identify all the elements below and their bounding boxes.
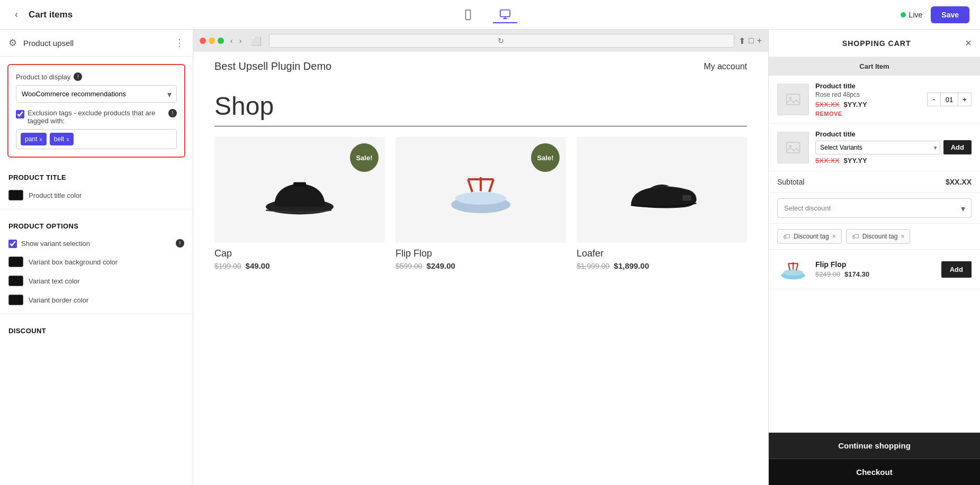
product-display-select[interactable]: WooCommerce recommendations Manual selec… — [16, 85, 177, 103]
browser-back-btn[interactable]: ‹ — [228, 35, 235, 46]
browser-chrome: ‹ › ⬜ ↻ ⬆ □ + — [193, 30, 768, 52]
discount-tag-2-remove[interactable]: × — [901, 233, 904, 240]
address-bar: ↻ — [269, 34, 734, 48]
checkout-button[interactable]: Checkout — [769, 459, 980, 485]
tag-belt-remove[interactable]: x — [66, 136, 69, 142]
variant-text-color-label: Variant text color — [29, 277, 80, 285]
product-prices-flipflop: $599.00 $249.00 — [395, 261, 566, 270]
show-variant-row: Show variant selection ! — [0, 234, 193, 252]
variant-border-color-swatch[interactable] — [8, 295, 23, 305]
variant-bg-color-row: Variant box background color — [0, 252, 193, 271]
qty-increase-btn[interactable]: + — [958, 93, 972, 106]
discount-tag-2: 🏷 Discount tag × — [846, 229, 911, 244]
exclusion-label: Exclusion tags - exclude products that a… — [28, 109, 165, 125]
cart-item-1-remove[interactable]: REMOVE — [815, 111, 921, 117]
discount-tags: 🏷 Discount tag × 🏷 Discount tag × — [769, 224, 980, 250]
product-name-flipflop: Flip Flop — [395, 248, 566, 259]
add-tab-btn[interactable]: + — [757, 36, 762, 46]
left-panel-body: Product to display ! WooCommerce recomme… — [0, 57, 193, 485]
cart-close-button[interactable]: × — [965, 37, 972, 49]
flip-flop-old-price: $249.00 — [815, 270, 840, 278]
exclusion-checkbox[interactable] — [16, 110, 24, 118]
flipflop-original-price: $599.00 — [395, 262, 422, 270]
svg-rect-14 — [787, 94, 800, 105]
cart-item-1-title: Product title — [815, 82, 921, 90]
cart-item-1-prices: $XX.XX $YY.YY — [815, 100, 921, 108]
subtotal-label: Subtotal — [777, 178, 804, 186]
save-button[interactable]: Save — [931, 6, 969, 23]
browser-forward-btn[interactable]: › — [237, 35, 244, 46]
bookmark-btn[interactable]: □ — [749, 36, 754, 46]
cap-image — [257, 148, 342, 232]
svg-rect-16 — [787, 142, 800, 153]
cart-item-1-qty-controls: - 01 + — [927, 93, 972, 106]
variant-bg-color-swatch[interactable] — [8, 257, 23, 267]
cap-original-price: $199.00 — [214, 262, 241, 270]
back-button[interactable]: ‹ — [11, 7, 22, 22]
cart-item-2-old-price: $XX.XX — [815, 157, 840, 164]
product-title-color-swatch[interactable] — [8, 190, 23, 200]
loafer-original-price: $1,999.00 — [577, 262, 609, 270]
device-switcher — [456, 6, 517, 23]
variant-select[interactable]: Select Variants — [815, 141, 940, 154]
site-nav: My account — [704, 62, 747, 71]
top-bar-left: ‹ Cart items — [11, 7, 73, 22]
cart-item-1-old-price: $XX.XX — [815, 100, 840, 108]
variant-border-color-label: Variant border color — [29, 296, 88, 304]
cart-body: Cart Item Product title Rose red 48pcs $… — [769, 57, 980, 433]
products-grid: Sale! Cap $ — [214, 137, 747, 270]
live-badge: Live — [901, 11, 923, 19]
shop-heading: Shop — [214, 81, 747, 126]
desktop-view-button[interactable] — [493, 6, 517, 23]
cart-item-2-title: Product title — [815, 130, 972, 138]
flip-flop-add-button[interactable]: Add — [941, 261, 972, 278]
product-img-loafer — [577, 137, 747, 243]
variant-text-color-swatch[interactable] — [8, 276, 23, 286]
tag-pant-remove[interactable]: x — [39, 136, 42, 142]
divider-1 — [0, 209, 193, 209]
qty-decrease-btn[interactable]: - — [927, 93, 941, 106]
product-card-loafer: Loafer $1,999.00 $1,899.00 — [577, 137, 747, 270]
info-icon: ! — [74, 72, 82, 81]
product-prices-cap: $199.00 $49.00 — [214, 261, 385, 270]
tag-belt: belt x — [50, 133, 74, 145]
discount-tag-icon-1: 🏷 — [783, 232, 790, 241]
cart-item-1-info: Product title Rose red 48pcs $XX.XX $YY.… — [815, 82, 921, 117]
discount-select[interactable]: Select discount — [777, 198, 972, 218]
discount-tag-icon-2: 🏷 — [852, 232, 859, 241]
variant-border-color-row: Variant border color — [0, 290, 193, 309]
upsell-add-button[interactable]: Add — [943, 140, 972, 154]
product-card-flipflop: Sale! Flip Flop — [395, 137, 566, 270]
mobile-view-button[interactable] — [456, 7, 480, 23]
exclusion-tags-input[interactable]: pant x belt x — [16, 129, 177, 149]
exclusion-info-icon: ! — [168, 109, 177, 117]
cart-item-2-placeholder — [785, 140, 801, 155]
svg-line-20 — [788, 263, 790, 270]
flipflop-image — [438, 155, 523, 224]
cart-item-1: Product title Rose red 48pcs $XX.XX $YY.… — [769, 76, 980, 124]
center-preview: ‹ › ⬜ ↻ ⬆ □ + Best Upsell Plugin Demo My… — [193, 30, 768, 485]
flip-flop-name: Flip Flop — [815, 260, 935, 269]
cart-item-1-new-price: $YY.YY — [844, 100, 867, 108]
browser-actions: ⬆ □ + — [739, 36, 762, 46]
discount-tag-1: 🏷 Discount tag × — [777, 229, 842, 244]
cart-item-2-info: Product title Select Variants Add $XX.XX… — [815, 130, 972, 164]
browser-layout-btn[interactable]: ⬜ — [248, 35, 265, 47]
discount-tag-2-label: Discount tag — [862, 233, 898, 240]
svg-line-11 — [489, 179, 493, 192]
svg-rect-6 — [293, 182, 306, 187]
show-variant-info-icon: ! — [176, 239, 184, 248]
show-variant-checkbox[interactable] — [8, 240, 17, 248]
continue-shopping-button[interactable]: Continue shopping — [769, 433, 980, 459]
product-name-cap: Cap — [214, 248, 385, 259]
share-btn[interactable]: ⬆ — [739, 36, 745, 46]
cart-item-2-image — [777, 132, 809, 163]
svg-point-19 — [783, 269, 803, 276]
divider-2 — [0, 314, 193, 314]
discount-section-header: DISCOUNT — [0, 318, 193, 339]
panel-menu-button[interactable]: ⋮ — [175, 37, 184, 49]
refresh-icon: ↻ — [498, 36, 504, 45]
discount-tag-1-remove[interactable]: × — [832, 233, 836, 240]
left-panel: ⚙ Product upsell ⋮ Product to display ! … — [0, 30, 193, 485]
loafer-sale-price: $1,899.00 — [614, 261, 649, 270]
